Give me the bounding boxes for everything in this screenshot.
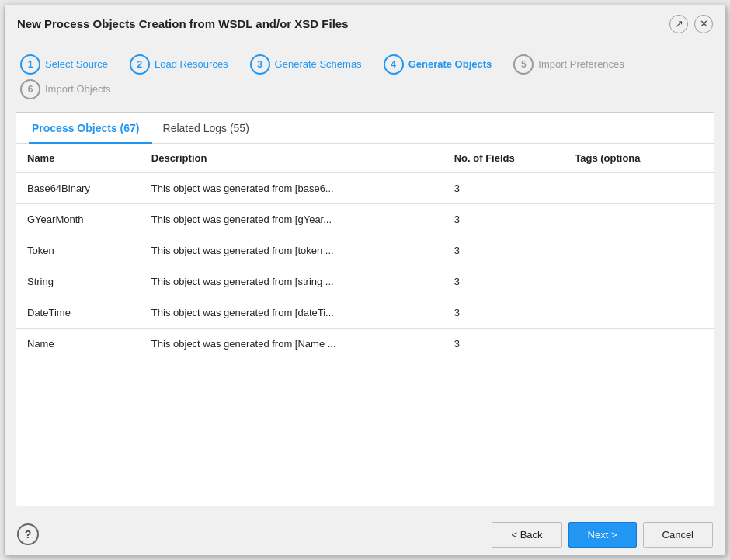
content-area: Process Objects (67) Related Logs (55) N… bbox=[16, 112, 714, 506]
step-6-circle: 6 bbox=[20, 79, 40, 99]
step-3-label: Generate Schemas bbox=[275, 58, 362, 70]
col-description: Description bbox=[141, 144, 443, 172]
cell-tags bbox=[564, 172, 692, 204]
cell-tags bbox=[564, 235, 692, 266]
step-6-label: Import Objects bbox=[45, 83, 111, 95]
cell-name: Name bbox=[16, 328, 141, 359]
main-dialog: New Process Objects Creation from WSDL a… bbox=[4, 5, 726, 556]
cell-fields: 3 bbox=[443, 203, 565, 235]
help-button[interactable]: ? bbox=[17, 523, 39, 545]
table-container: Name Description No. of Fields Tags (opt… bbox=[16, 144, 714, 506]
cell-fields: 3 bbox=[443, 297, 565, 328]
footer-buttons: < Back Next > Cancel bbox=[492, 522, 713, 548]
step-4-label: Generate Objects bbox=[408, 58, 492, 70]
steps-row: 1 Select Source 2 Load Resources 3 Gener… bbox=[5, 43, 725, 112]
cell-tags bbox=[564, 297, 692, 328]
col-tags: Tags (optiona bbox=[564, 144, 692, 172]
tab-related-logs[interactable]: Related Logs (55) bbox=[160, 113, 262, 144]
cell-name: Token bbox=[16, 235, 141, 266]
step-5: 5 Import Preferences bbox=[513, 54, 624, 75]
cell-name: Base64Binary bbox=[16, 172, 141, 204]
tabs-row: Process Objects (67) Related Logs (55) bbox=[16, 113, 714, 144]
cell-scrollbar bbox=[692, 203, 714, 235]
table-row: DateTime This object was generated from … bbox=[16, 297, 714, 328]
step-5-label: Import Preferences bbox=[538, 58, 624, 70]
table-row: Token This object was generated from [to… bbox=[16, 235, 714, 266]
cell-description: This object was generated from [string .… bbox=[141, 266, 443, 297]
cell-name: String bbox=[16, 266, 141, 297]
cell-description: This object was generated from [gYear... bbox=[141, 203, 443, 235]
step-2-circle: 2 bbox=[130, 54, 150, 75]
step-5-circle: 5 bbox=[513, 54, 534, 75]
step-3: 3 Generate Schemas bbox=[250, 54, 362, 75]
objects-table: Name Description No. of Fields Tags (opt… bbox=[16, 144, 714, 359]
cell-description: This object was generated from [token ..… bbox=[141, 235, 443, 266]
cell-tags bbox=[564, 203, 692, 235]
step-1-circle: 1 bbox=[20, 54, 40, 75]
footer: ? < Back Next > Cancel bbox=[5, 514, 725, 555]
step-1-label: Select Source bbox=[45, 58, 108, 70]
cell-scrollbar bbox=[692, 328, 714, 359]
cell-fields: 3 bbox=[443, 328, 565, 359]
cell-tags bbox=[564, 328, 692, 359]
cell-name: GYearMonth bbox=[16, 203, 141, 235]
table-row: Base64Binary This object was generated f… bbox=[16, 172, 714, 204]
cell-description: This object was generated from [dateTi..… bbox=[141, 297, 443, 328]
step-3-circle: 3 bbox=[250, 54, 270, 75]
dialog-title: New Process Objects Creation from WSDL a… bbox=[17, 17, 349, 30]
step-6: 6 Import Objects bbox=[20, 79, 111, 99]
maximize-button[interactable]: ↗ bbox=[669, 15, 688, 33]
step-4: 4 Generate Objects bbox=[384, 54, 492, 75]
step-2-label: Load Resources bbox=[155, 58, 228, 70]
cancel-button[interactable]: Cancel bbox=[643, 522, 713, 548]
title-icons: ↗ ✕ bbox=[669, 15, 713, 33]
tab-process-objects[interactable]: Process Objects (67) bbox=[29, 113, 152, 144]
cell-fields: 3 bbox=[443, 172, 565, 204]
cell-fields: 3 bbox=[443, 266, 565, 297]
scrollbar-spacer bbox=[692, 144, 714, 172]
back-button[interactable]: < Back bbox=[492, 522, 561, 548]
col-fields: No. of Fields bbox=[443, 144, 565, 172]
title-bar: New Process Objects Creation from WSDL a… bbox=[5, 5, 725, 43]
cell-description: This object was generated from [Name ... bbox=[141, 328, 443, 359]
table-row: GYearMonth This object was generated fro… bbox=[16, 203, 714, 235]
cell-description: This object was generated from [base6... bbox=[141, 172, 443, 204]
step-4-circle: 4 bbox=[384, 54, 404, 75]
cell-fields: 3 bbox=[443, 235, 565, 266]
cell-scrollbar bbox=[692, 172, 714, 204]
cell-scrollbar bbox=[692, 266, 714, 297]
next-button[interactable]: Next > bbox=[568, 522, 637, 548]
cell-scrollbar bbox=[692, 297, 714, 328]
table-header-row: Name Description No. of Fields Tags (opt… bbox=[16, 144, 714, 172]
close-button[interactable]: ✕ bbox=[694, 15, 713, 33]
step-2: 2 Load Resources bbox=[130, 54, 228, 75]
table-row: String This object was generated from [s… bbox=[16, 266, 714, 297]
cell-scrollbar bbox=[692, 235, 714, 266]
step-1: 1 Select Source bbox=[20, 54, 108, 75]
cell-tags bbox=[564, 266, 692, 297]
col-name: Name bbox=[16, 144, 141, 172]
table-row: Name This object was generated from [Nam… bbox=[16, 328, 714, 359]
cell-name: DateTime bbox=[16, 297, 141, 328]
